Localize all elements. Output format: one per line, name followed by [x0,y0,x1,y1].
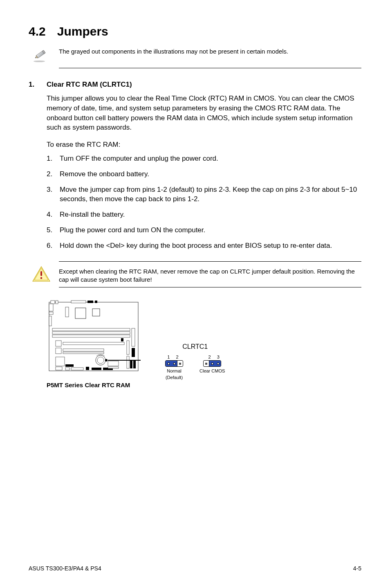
svg-rect-26 [121,338,123,341]
jumper-name: CLRTC1 [165,343,225,350]
jumper-position-diagram: CLRTC1 1 2 Normal (Default) 2 3 [165,343,225,380]
svg-rect-42 [71,368,83,370]
svg-rect-34 [127,341,129,355]
step-text: Hold down the <Del> key during the boot … [60,241,361,251]
svg-point-48 [105,359,108,361]
svg-rect-31 [63,352,104,354]
step-number: 4. [47,210,60,220]
svg-rect-15 [49,304,53,311]
steps-list: 1.Turn OFF the computer and unplug the p… [47,154,361,251]
step-number: 6. [47,241,60,251]
svg-rect-14 [95,301,97,303]
section-heading: 4.2Jumpers [29,25,361,38]
item-paragraph: This jumper allows you to clear the Real… [47,94,361,132]
svg-rect-39 [56,367,62,370]
svg-rect-35 [127,356,129,368]
motherboard-diagram [47,300,141,379]
jumper-sublabel: (Default) [166,375,183,380]
diagram-caption: P5MT Series Clear RTC RAM [47,382,141,388]
footer-right: 4-5 [353,565,361,572]
step-item: 6.Hold down the <Del> key during the boo… [47,241,361,251]
svg-rect-28 [63,342,124,345]
pin-block-icon [203,360,221,367]
svg-rect-13 [87,301,93,303]
svg-rect-7 [40,271,42,276]
step-number: 2. [47,169,60,179]
svg-rect-37 [133,360,136,368]
warning-text: Except when clearing the RTC RAM, never … [59,266,361,284]
svg-rect-38 [56,357,65,366]
svg-point-4 [34,61,45,62]
divider [59,287,361,287]
step-item: 3.Move the jumper cap from pins 1-2 (def… [47,185,361,204]
svg-rect-27 [56,341,61,346]
svg-rect-20 [92,309,100,316]
note-text: The grayed out components in the illustr… [59,47,361,56]
step-text: Plug the power cord and turn ON the comp… [60,225,361,235]
pencil-icon [32,47,51,65]
step-item: 1.Turn OFF the computer and unplug the p… [47,154,361,164]
svg-rect-23 [52,335,130,337]
svg-rect-11 [56,301,58,304]
svg-rect-16 [49,312,53,314]
svg-point-33 [97,357,104,364]
divider [59,68,361,68]
svg-point-8 [40,277,43,279]
step-item: 5.Plug the power cord and turn ON the co… [47,225,361,235]
svg-rect-47 [108,367,119,368]
footer-left: ASUS TS300-E3/PA4 & PS4 [29,565,101,572]
section-number: 4.2 [29,25,46,38]
svg-rect-10 [51,301,55,304]
svg-rect-36 [130,360,132,368]
svg-rect-43 [86,367,89,370]
step-number: 1. [47,154,60,164]
svg-rect-21 [52,328,130,331]
pin-numbers: 2 3 [203,355,222,359]
svg-rect-30 [63,349,104,351]
svg-rect-18 [65,307,69,317]
step-number: 3. [47,185,60,204]
jumper-position-clear: 2 3 Clear CMOS [199,355,225,380]
svg-rect-46 [108,361,119,366]
pin-block-icon [165,360,183,367]
svg-rect-17 [49,316,52,326]
svg-rect-40 [65,364,74,367]
svg-rect-24 [132,328,135,346]
jumper-label: Normal [167,368,181,373]
svg-rect-44 [92,368,101,370]
svg-rect-12 [71,301,86,303]
item-title: Clear RTC RAM (CLRTC1) [47,81,132,89]
step-text: Turn OFF the computer and unplug the pow… [60,154,361,164]
divider [59,261,361,262]
jumper-label: Clear CMOS [199,368,225,373]
svg-rect-29 [56,348,61,354]
step-item: 4.Re-install the battery. [47,210,361,220]
warning-icon [32,266,51,285]
step-text: Move the jumper cap from pins 1-2 (defau… [60,185,361,204]
step-number: 5. [47,225,60,235]
svg-rect-19 [75,308,86,319]
step-text: Re-install the battery. [60,210,361,220]
svg-rect-22 [52,332,130,334]
step-text: Remove the onboard battery. [60,169,361,179]
erase-lead: To erase the RTC RAM: [47,140,361,150]
svg-rect-25 [132,348,135,357]
section-title-text: Jumpers [57,25,108,38]
svg-rect-41 [65,368,69,370]
jumper-position-normal: 1 2 Normal (Default) [165,355,183,380]
pin-numbers: 1 2 [167,355,181,359]
step-item: 2.Remove the onboard battery. [47,169,361,179]
item-number: 1. [29,81,47,89]
